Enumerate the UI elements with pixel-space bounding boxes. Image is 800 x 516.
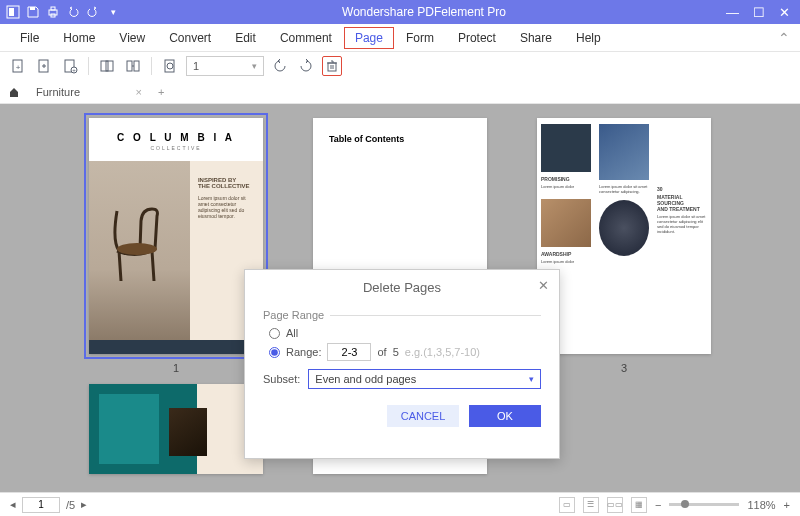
view-two-page-icon[interactable]: ▭▭ xyxy=(607,497,623,513)
tab-title: Furniture xyxy=(36,86,80,98)
menu-protect[interactable]: Protect xyxy=(446,27,508,49)
view-single-icon[interactable]: ▭ xyxy=(559,497,575,513)
page-number: 3 xyxy=(621,362,627,374)
page-number-select[interactable]: 1▾ xyxy=(186,56,264,76)
subset-label: Subset: xyxy=(263,373,300,385)
option-range-label: Range: xyxy=(286,346,321,358)
menu-comment[interactable]: Comment xyxy=(268,27,344,49)
home-tab-icon[interactable] xyxy=(8,86,24,98)
redo-icon[interactable] xyxy=(84,3,102,21)
option-range-radio[interactable] xyxy=(269,347,280,358)
option-all-radio[interactable] xyxy=(269,328,280,339)
menu-help[interactable]: Help xyxy=(564,27,613,49)
page1-brand: C O L U M B I A xyxy=(89,118,263,145)
svg-rect-13 xyxy=(106,61,113,71)
prev-page-icon[interactable]: ◂ xyxy=(10,498,16,511)
titlebar-quick-actions: ▾ xyxy=(0,3,122,21)
view-grid-icon[interactable]: ▦ xyxy=(631,497,647,513)
cancel-button[interactable]: CANCEL xyxy=(387,405,459,427)
page2-title: Table of Contents xyxy=(313,118,487,160)
range-hint: e.g.(1,3,5,7-10) xyxy=(405,346,480,358)
replace-page-icon[interactable] xyxy=(160,56,180,76)
extract-page-icon[interactable] xyxy=(97,56,117,76)
svg-rect-15 xyxy=(134,61,139,71)
menu-bar: File Home View Convert Edit Comment Page… xyxy=(0,24,800,52)
document-tab[interactable]: Furniture × xyxy=(24,86,150,98)
svg-rect-12 xyxy=(101,61,108,71)
page-toolbar: + + 1▾ xyxy=(0,52,800,80)
svg-rect-1 xyxy=(9,8,14,16)
current-page-input[interactable] xyxy=(22,497,60,513)
document-tab-bar: Furniture × + xyxy=(0,80,800,104)
menu-form[interactable]: Form xyxy=(394,27,446,49)
undo-icon[interactable] xyxy=(64,3,82,21)
title-bar: ▾ Wondershare PDFelement Pro — ☐ ✕ xyxy=(0,0,800,24)
status-bar: ◂ /5 ▸ ▭ ☰ ▭▭ ▦ − 118% + xyxy=(0,492,800,516)
page-thumbnail[interactable]: PROMISINGLorem ipsum dolorAWARDSHIPLorem… xyxy=(537,118,711,374)
svg-text:+: + xyxy=(16,63,21,72)
zoom-value: 118% xyxy=(747,499,775,511)
print-icon[interactable] xyxy=(44,3,62,21)
new-tab-button[interactable]: + xyxy=(150,86,172,98)
menu-convert[interactable]: Convert xyxy=(157,27,223,49)
insert-page-from-file-icon[interactable] xyxy=(34,56,54,76)
app-title: Wondershare PDFelement Pro xyxy=(122,5,726,19)
dialog-title: Delete Pages xyxy=(245,270,559,309)
view-continuous-icon[interactable]: ☰ xyxy=(583,497,599,513)
svg-point-18 xyxy=(117,243,157,255)
dropdown-icon[interactable]: ▾ xyxy=(104,3,122,21)
window-controls: — ☐ ✕ xyxy=(726,5,800,20)
page-range-group-label: Page Range xyxy=(263,309,541,321)
split-page-icon[interactable] xyxy=(123,56,143,76)
svg-rect-2 xyxy=(30,7,35,10)
page-thumbnail[interactable]: C O L U M B I A COLLECTIVE INSPIRED BY T… xyxy=(89,118,263,374)
menu-view[interactable]: View xyxy=(107,27,157,49)
page-thumbnail[interactable] xyxy=(89,384,263,474)
delete-pages-dialog: ✕ Delete Pages Page Range All Range: of … xyxy=(244,269,560,459)
menu-edit[interactable]: Edit xyxy=(223,27,268,49)
tab-close-icon[interactable]: × xyxy=(136,86,142,98)
insert-page-icon[interactable]: + xyxy=(60,56,80,76)
page-number: 1 xyxy=(173,362,179,374)
menu-file[interactable]: File xyxy=(8,27,51,49)
svg-rect-14 xyxy=(127,61,132,71)
of-label: of xyxy=(377,346,386,358)
zoom-out-icon[interactable]: − xyxy=(655,499,661,511)
menu-home[interactable]: Home xyxy=(51,27,107,49)
svg-rect-4 xyxy=(51,7,55,10)
maximize-button[interactable]: ☐ xyxy=(753,5,765,20)
next-page-icon[interactable]: ▸ xyxy=(81,498,87,511)
rotate-left-icon[interactable] xyxy=(270,56,290,76)
page-thumbnail-canvas: C O L U M B I A COLLECTIVE INSPIRED BY T… xyxy=(0,104,800,492)
collapse-ribbon-icon[interactable]: ⌃ xyxy=(778,30,790,46)
insert-blank-page-icon[interactable]: + xyxy=(8,56,28,76)
svg-text:+: + xyxy=(72,67,76,73)
dialog-close-icon[interactable]: ✕ xyxy=(538,278,549,293)
total-pages: 5 xyxy=(393,346,399,358)
zoom-in-icon[interactable]: + xyxy=(784,499,790,511)
svg-rect-17 xyxy=(328,63,336,71)
ok-button[interactable]: OK xyxy=(469,405,541,427)
minimize-button[interactable]: — xyxy=(726,5,739,20)
page-total: /5 xyxy=(66,499,75,511)
page1-subbrand: COLLECTIVE xyxy=(89,145,263,151)
close-button[interactable]: ✕ xyxy=(779,5,790,20)
menu-page[interactable]: Page xyxy=(344,27,394,49)
delete-page-icon[interactable] xyxy=(322,56,342,76)
app-logo-icon xyxy=(4,3,22,21)
save-icon[interactable] xyxy=(24,3,42,21)
zoom-slider[interactable] xyxy=(669,503,739,506)
option-all-label: All xyxy=(286,327,298,339)
subset-select[interactable]: Even and odd pages▾ xyxy=(308,369,541,389)
menu-share[interactable]: Share xyxy=(508,27,564,49)
range-input[interactable] xyxy=(327,343,371,361)
rotate-right-icon[interactable] xyxy=(296,56,316,76)
